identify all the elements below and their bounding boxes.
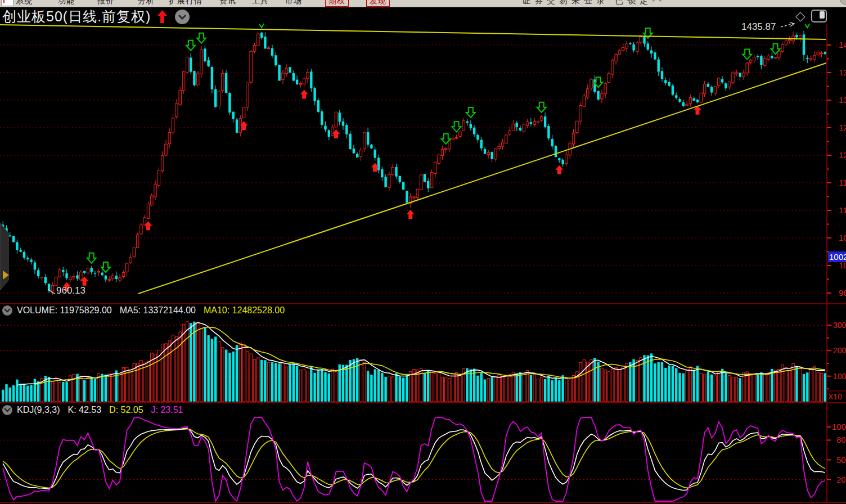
kdj-panel-header: KDJ(9,3,3) K: 42.53 D: 52.05 J: 23.51 (2, 405, 183, 415)
volume-collapse-button[interactable] (2, 305, 12, 316)
menu-bar: 系统 功能 报价 分析 扩展行情 资讯 工具 市场 期权 发现 证券交易未登录 … (0, 0, 846, 7)
volume-panel-header: VOLUME: 11975829.00 MA5: 13372144.00 MA1… (2, 305, 292, 316)
svg-text:300: 300 (833, 321, 846, 330)
menu-item-discover[interactable]: 发现 (366, 0, 390, 7)
svg-text:1110: 1110 (839, 205, 846, 215)
app-icon[interactable] (1, 0, 14, 6)
svg-text:100: 100 (833, 372, 846, 381)
menu-item-function[interactable]: 功能 (58, 0, 75, 7)
kdj-d-value: D: 52.05 (109, 405, 143, 415)
title-dropdown-button[interactable] (175, 10, 190, 24)
svg-text:80: 80 (836, 435, 846, 444)
menu-item-news[interactable]: 资讯 (219, 0, 236, 7)
kdj-name: KDJ(9,3,3) (17, 405, 60, 415)
menu-item-quotes[interactable]: 报价 (97, 0, 114, 7)
volume-value: VOLUME: 11975829.00 (17, 305, 112, 316)
layout-toggle-icon[interactable] (811, 10, 827, 22)
chart-title-row: 创业板50(日线.前复权) (2, 7, 190, 26)
svg-text:1260: 1260 (839, 123, 846, 132)
svg-text:X10: X10 (828, 392, 842, 401)
low-price-annotation: 960.13 (56, 285, 86, 296)
stock-chart-canvas[interactable]: 1410136013101260121011601110106010109603… (0, 0, 846, 504)
menu-item-system[interactable]: 系统 (16, 0, 33, 7)
price-axis-badge: 1002 (828, 251, 846, 262)
kdj-collapse-button[interactable] (2, 405, 12, 415)
menu-item-analysis[interactable]: 分析 (138, 0, 155, 7)
diamond-icon[interactable]: ◇ (795, 8, 806, 24)
volume-ma5: MA5: 13372144.00 (120, 305, 196, 316)
svg-text:1410: 1410 (839, 40, 846, 50)
menu-item-tools[interactable]: 工具 (252, 0, 269, 7)
up-arrow-icon (158, 10, 167, 23)
svg-text:1160: 1160 (839, 178, 846, 187)
svg-text:1210: 1210 (839, 150, 846, 160)
high-price-annotation: 1435.87 (741, 21, 776, 33)
menu-item-options[interactable]: 期权 (325, 0, 349, 7)
menu-status-text: 证券交易未登录 已锁定-- (522, 0, 665, 7)
svg-text:50: 50 (836, 455, 846, 465)
svg-text:1060: 1060 (839, 233, 846, 242)
svg-text:20: 20 (836, 475, 846, 484)
svg-text:1360: 1360 (839, 68, 846, 77)
svg-text:1310: 1310 (839, 95, 846, 105)
menu-item-extended-quotes[interactable]: 扩展行情 (169, 0, 202, 7)
volume-ma10: MA10: 12482528.00 (204, 305, 285, 316)
svg-text:960: 960 (839, 288, 846, 298)
page-title: 创业板50(日线.前复权) (2, 7, 151, 26)
svg-text:200: 200 (833, 346, 846, 355)
kdj-j-value: J: 23.51 (151, 405, 183, 415)
menu-item-market[interactable]: 市场 (285, 0, 302, 7)
menu-circle-icon[interactable] (840, 0, 846, 4)
svg-text:100: 100 (832, 422, 846, 431)
kdj-k-value: K: 42.53 (68, 405, 101, 415)
